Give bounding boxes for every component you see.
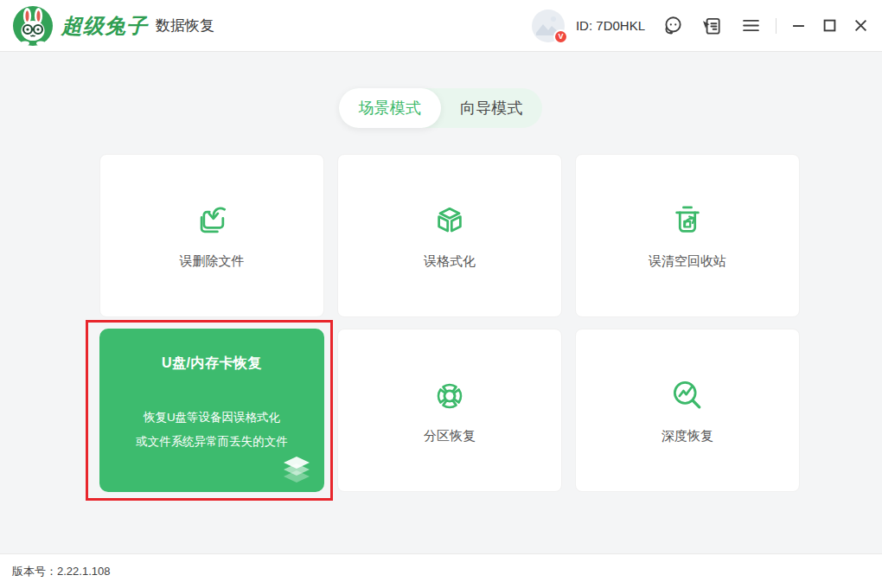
version-value: 2.22.1.108 bbox=[57, 565, 110, 578]
card-format-recovery[interactable]: 误格式化 bbox=[337, 154, 562, 317]
recycle-bin-restore-icon bbox=[668, 202, 706, 240]
card-label: 误格式化 bbox=[424, 253, 476, 270]
version-label: 版本号： bbox=[12, 564, 57, 579]
partition-icon bbox=[431, 377, 469, 415]
card-usb-memory-recovery[interactable]: U盘/内存卡恢复 恢复U盘等设备因误格式化 或文件系统异常而丢失的文件 bbox=[99, 329, 324, 492]
mode-toggle: 场景模式 向导模式 bbox=[339, 88, 542, 128]
vip-badge: V bbox=[553, 29, 568, 44]
card-title: U盘/内存卡恢复 bbox=[162, 355, 262, 373]
card-recycle-bin-recovery[interactable]: 误清空回收站 bbox=[575, 154, 800, 317]
maximize-button[interactable] bbox=[820, 16, 839, 35]
tab-wizard-mode[interactable]: 向导模式 bbox=[441, 88, 543, 128]
card-label: 分区恢复 bbox=[424, 428, 476, 444]
feedback-icon[interactable] bbox=[700, 15, 723, 37]
menu-icon[interactable] bbox=[739, 15, 762, 37]
card-undelete-file[interactable]: 误删除文件 bbox=[99, 154, 324, 317]
user-id: ID: 7D0HKL bbox=[576, 18, 645, 33]
avatar[interactable]: V bbox=[532, 10, 565, 42]
app-subtitle: 数据恢复 bbox=[156, 16, 214, 35]
title-bar: 超级兔子 数据恢复 V ID: 7D0HKL bbox=[0, 0, 882, 52]
card-label: 深度恢复 bbox=[662, 428, 713, 444]
undelete-file-icon bbox=[193, 202, 231, 240]
close-button[interactable] bbox=[851, 16, 870, 35]
layers-icon bbox=[279, 456, 314, 485]
format-cube-icon bbox=[431, 202, 469, 240]
recovery-card-grid: 误删除文件 误格式化 bbox=[99, 154, 800, 492]
tab-scene-mode[interactable]: 场景模式 bbox=[339, 88, 441, 128]
customer-service-icon[interactable] bbox=[662, 15, 684, 37]
minimize-button[interactable] bbox=[789, 16, 808, 35]
card-label: 误删除文件 bbox=[180, 253, 245, 270]
main-area: 场景模式 向导模式 误删除文件 bbox=[0, 52, 882, 553]
card-description: 恢复U盘等设备因误格式化 或文件系统异常而丢失的文件 bbox=[136, 406, 288, 454]
card-partition-recovery[interactable]: 分区恢复 bbox=[337, 329, 562, 492]
app-window: 超级兔子 数据恢复 V ID: 7D0HKL bbox=[0, 0, 882, 588]
deep-scan-icon bbox=[668, 377, 706, 415]
app-name: 超级兔子 bbox=[61, 12, 148, 40]
rabbit-logo-icon bbox=[12, 5, 54, 47]
card-deep-recovery[interactable]: 深度恢复 bbox=[575, 329, 800, 492]
card-label: 误清空回收站 bbox=[649, 253, 726, 270]
header-divider bbox=[776, 18, 777, 34]
status-bar: 版本号： 2.22.1.108 bbox=[0, 553, 882, 588]
